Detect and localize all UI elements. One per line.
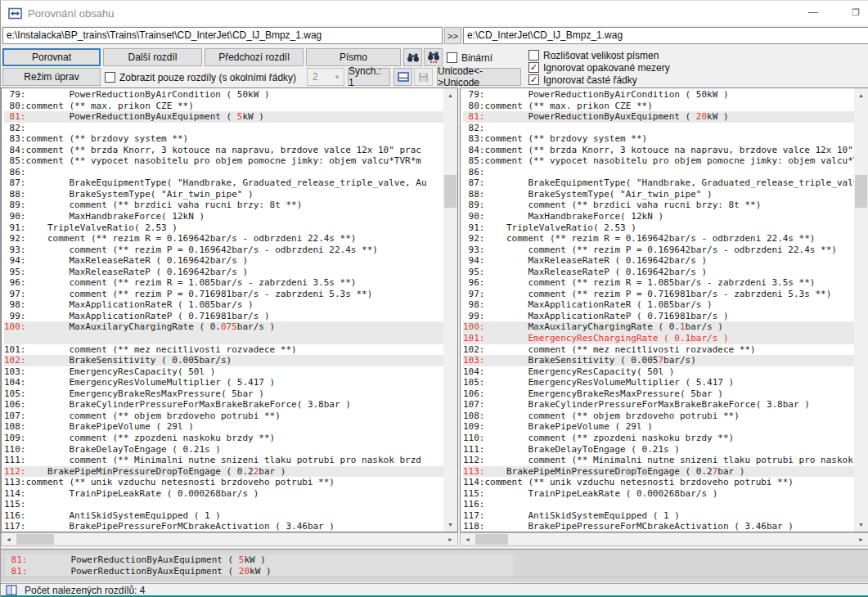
- code-line-left: 87: BrakeEquipmentType( "Handbrake, Grad…: [4, 177, 443, 189]
- case-sensitive-checkbox-box: [528, 50, 539, 61]
- chevron-down-icon: ▼: [334, 74, 340, 81]
- code-line-left: 81: PowerReductionByAuxEquipment ( 5kW ): [4, 111, 443, 123]
- context-lines-dropdown[interactable]: 2 ▼: [307, 68, 344, 86]
- ignore-spaces-checkbox[interactable]: Ignorovat opakované mezery: [528, 61, 670, 74]
- code-line-right: 92: comment (** rezim R = 0.169642bar/s …: [463, 233, 854, 245]
- left-horizontal-scrollbar[interactable]: ◄ ►: [1, 532, 458, 546]
- left-file-content: 79: PowerReductionByAirCondition ( 50kW …: [4, 89, 443, 532]
- minimize-button[interactable]: —: [799, 1, 827, 24]
- code-line-left: 113:comment (** unik vzduchu netesnosti …: [4, 477, 443, 488]
- divider: [1, 577, 868, 577]
- diff-count-text: Počet nalezených rozdílů: 4: [25, 585, 145, 596]
- compare-app-icon: [8, 7, 22, 20]
- next-diff-button[interactable]: Další rozdíl: [103, 48, 202, 66]
- find-button[interactable]: [403, 48, 422, 66]
- right-vscroll-thumb[interactable]: [855, 175, 867, 208]
- compare-window: Porovnání obsahu — ❐ e:\Instalacka\BP_tr…: [0, 0, 868, 597]
- unicode-convert-button[interactable]: Unicode<->Unicode: [437, 68, 521, 86]
- code-line-left: 107: comment (** objem brzdoveho potrubi…: [4, 411, 443, 422]
- left-file-path-input[interactable]: e:\Instalacka\BP_trains\Trains\Trainset\…: [2, 27, 443, 44]
- code-line-left: 85:comment (** vypocet nasobitelu pro ob…: [4, 155, 443, 167]
- code-line-right: 86:: [463, 167, 854, 178]
- code-line-left: 111: comment (** Minimalni nutne snizeni…: [4, 455, 443, 466]
- swap-paths-button[interactable]: >>: [444, 27, 461, 44]
- maximize-button[interactable]: ❐: [842, 1, 868, 24]
- right-file-path-input[interactable]: e:\CD_InterJet\CD_IJ_Bmpz_1.wag: [463, 27, 868, 44]
- code-line-left: 102: BrakeSensitivity ( 0.005bar/s): [4, 355, 443, 366]
- binary-checkbox[interactable]: Binární: [447, 52, 492, 64]
- split-view-button[interactable]: [394, 68, 412, 86]
- code-line-left: 116: AntiSkidSystemEquipped ( 1 ): [4, 510, 443, 522]
- code-line-right: 112: comment (** Minimalni nutne snizeni…: [463, 455, 854, 466]
- code-line-left: 94: MaxReleaseRateR ( 0.169642bar/s ): [4, 255, 443, 267]
- code-line-right: 110: comment (** zpozdeni naskoku brzdy …: [463, 433, 854, 444]
- right-hscroll-thumb[interactable]: [475, 534, 508, 545]
- code-line-right: 85:comment (** vypocet nasobitelu pro ob…: [463, 155, 854, 167]
- code-line-left: 99: MaxApplicationRateP ( 0.716981bar/s …: [4, 311, 443, 322]
- code-line-left: 95: MaxReleaseRateP ( 0.169642bar/s ): [4, 267, 443, 278]
- scroll-up-icon[interactable]: ▲: [443, 88, 457, 102]
- code-line-right: 82:: [463, 123, 854, 134]
- code-line-left: 101: comment (** mez necitlivosti rozvad…: [4, 344, 443, 356]
- code-line-left: 117: BrakePipePressureForMCbrakeActivati…: [4, 521, 443, 532]
- code-line-right: 95: MaxReleaseRateP ( 0.169642bar/s ): [463, 267, 854, 278]
- floppy-disk-icon: [418, 72, 429, 83]
- ignore-frequent-checkbox-label: Ignorovat časté řádky: [543, 74, 637, 86]
- code-line-right: 117: AntiSkidSystemEquipped ( 1 ): [463, 510, 854, 522]
- code-line-right: 99: MaxApplicationRateP ( 0.716981bar/s …: [463, 311, 854, 322]
- ignore-spaces-checkbox-label: Ignorovat opakované mezery: [543, 62, 670, 74]
- path-row: e:\Instalacka\BP_trains\Trains\Trainset\…: [2, 27, 868, 44]
- code-line-left: 88: BrakeSystemType( "Air_twin_pipe" ): [4, 189, 443, 200]
- show-only-diffs-checkbox[interactable]: Zobrazit pouze rozdíly (s okolními řádky…: [105, 71, 296, 83]
- scroll-down-icon[interactable]: ▼: [443, 518, 457, 532]
- scroll-down-icon[interactable]: ▼: [854, 518, 868, 532]
- ignore-frequent-checkbox[interactable]: Ignorovat časté řádky: [528, 74, 637, 86]
- find-options-button[interactable]: [424, 48, 443, 66]
- left-vscroll-thumb[interactable]: [444, 175, 456, 208]
- code-line-left: 83:comment (** brzdovy system **): [4, 133, 443, 145]
- code-line-right: 96: comment (** rezim R = 1.085bar/s - z…: [463, 277, 854, 289]
- code-line-right: 83:comment (** brzdovy system **): [463, 133, 854, 145]
- right-file-pane[interactable]: 79: PowerReductionByAirCondition ( 50kW …: [460, 88, 868, 532]
- code-line-right: 114:comment (** unik vzduchu netesnosti …: [463, 477, 854, 488]
- code-line-right: 106: EmergencyBrakeResMaxPressure( 5bar …: [463, 388, 854, 400]
- scroll-up-icon[interactable]: ▲: [854, 88, 868, 102]
- right-horizontal-scrollbar[interactable]: ◄ ►: [460, 532, 868, 546]
- code-line-left: [4, 333, 443, 344]
- code-line-left: 112: BrakePipeMinPressureDropToEngage ( …: [4, 466, 443, 478]
- code-line-right: 109: BrakePipeVolume ( 29l ): [463, 421, 854, 433]
- code-line-left: 90: MaxHandbrakeForce( 12kN ): [4, 211, 443, 222]
- code-line-right: 116:: [463, 499, 854, 510]
- code-line-left: 84:comment (** brzda Knorr, 3 kotouce na…: [4, 145, 443, 156]
- right-vertical-scrollbar[interactable]: ▲ ▼: [854, 88, 868, 532]
- scroll-right-icon[interactable]: ►: [443, 533, 457, 545]
- show-only-diffs-checkbox-label: Zobrazit pouze rozdíly (s okolními řádky…: [119, 72, 296, 83]
- scroll-left-icon[interactable]: ◄: [2, 533, 16, 545]
- left-hscroll-thumb[interactable]: [16, 534, 54, 545]
- code-line-left: 98: MaxApplicationRateR ( 1.085bar/s ): [4, 299, 443, 311]
- edit-mode-button[interactable]: Režim úprav: [2, 68, 101, 86]
- prev-diff-button[interactable]: Předchozí rozdíl: [205, 48, 304, 66]
- font-button[interactable]: Písmo: [306, 48, 401, 66]
- left-vertical-scrollbar[interactable]: ▲ ▼: [443, 88, 457, 532]
- right-file-content: 79: PowerReductionByAirCondition ( 50kW …: [463, 89, 854, 532]
- case-sensitive-checkbox[interactable]: Rozlišovat velikost písmen: [528, 49, 659, 61]
- left-file-pane[interactable]: 79: PowerReductionByAirCondition ( 50kW …: [1, 88, 458, 532]
- split-window-icon: [398, 72, 409, 82]
- scroll-right-icon[interactable]: ►: [854, 533, 868, 545]
- code-line-left: 80:comment (** max. prikon CZE **): [4, 101, 443, 112]
- code-line-right: 87: BrakeEquipmentType( "Handbrake, Grad…: [463, 177, 854, 189]
- scroll-left-icon[interactable]: ◄: [461, 533, 474, 545]
- code-line-left: 100: MaxAuxilaryChargingRate ( 0.075bar/…: [4, 321, 443, 333]
- save-button[interactable]: [414, 68, 433, 86]
- code-line-left: 103: EmergencyResCapacity( 50l ): [4, 366, 443, 378]
- compare-button[interactable]: Porovnat: [2, 48, 101, 66]
- code-line-left: 92: comment (** rezim R = 0.169642bar/s …: [4, 233, 443, 245]
- code-line-left: 104: EmergencyResVolumeMultiplier ( 5.41…: [4, 377, 443, 388]
- diff-panel-line: 81: PowerReductionByAuxEquipment ( 20kW …: [6, 566, 513, 577]
- synch-button[interactable]: Synch.: 1: [348, 68, 390, 86]
- code-line-right: 107: BrakeCylinderPressureForMaxBrakeBra…: [463, 399, 854, 411]
- code-line-right: 94: MaxReleaseRateR ( 0.169642bar/s ): [463, 255, 854, 267]
- binary-checkbox-label: Binární: [461, 52, 492, 64]
- code-line-right: 97: comment (** rezim P = 0.716981bar/s …: [463, 289, 854, 300]
